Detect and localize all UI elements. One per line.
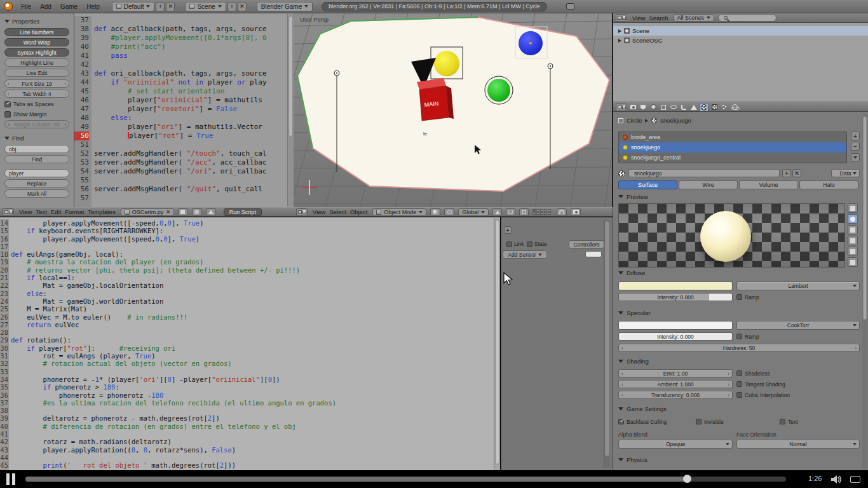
controllers-button[interactable]: Controllers	[569, 240, 604, 248]
add-sensor-dropdown[interactable]: Add Sensor	[503, 250, 547, 259]
panel-expand-button[interactable]: +	[504, 226, 512, 234]
pause-button[interactable]	[6, 473, 18, 485]
material-type-tab-volume[interactable]: Volume	[739, 180, 798, 189]
editor-type-button[interactable]	[616, 14, 627, 22]
add-layout-button[interactable]: +	[156, 2, 165, 11]
logic-editor[interactable]: + Link State Controllers Add Sensor	[501, 217, 613, 470]
menu-item[interactable]: Edit	[50, 208, 62, 215]
properties-panel-header[interactable]: Properties	[4, 18, 69, 25]
diffuse-shader-dropdown[interactable]: Lambert	[736, 281, 860, 290]
preview-type-world-button[interactable]	[848, 257, 858, 267]
scrollbar-thumb[interactable]	[605, 221, 609, 456]
tab-width-slider[interactable]: Tab Width 4	[4, 90, 69, 98]
scrollbar-thumb[interactable]	[495, 220, 499, 464]
menu-item[interactable]: Add	[36, 3, 56, 10]
scrollbar-thumb[interactable]	[863, 116, 867, 320]
screencast-icon[interactable]	[566, 3, 574, 10]
scale-manipulator-button[interactable]	[519, 208, 529, 216]
delete-layout-button[interactable]: ✕	[166, 2, 175, 11]
editor-scrollbar[interactable]	[494, 218, 500, 470]
word-wrap-toggle-icon[interactable]	[192, 208, 202, 216]
tab-modifiers-icon[interactable]	[679, 103, 688, 112]
specular-intensity-slider[interactable]: Intensity: 0.000	[618, 332, 733, 341]
shading-checkbox-0[interactable]: Shadeless	[736, 369, 770, 377]
script-editor-game-logic[interactable]: 1415161718192021222324252627282930313233…	[0, 217, 500, 470]
outliner-row[interactable]: Scene	[613, 26, 868, 36]
preview-type-monkey-button[interactable]	[848, 236, 858, 245]
state-checkbox[interactable]: State	[527, 241, 547, 247]
add-slot-button[interactable]: +	[851, 132, 860, 140]
material-slot-row[interactable]: borde_area	[619, 132, 846, 142]
specular-shader-dropdown[interactable]: CookTorr	[736, 321, 860, 330]
code-area[interactable]: player.applyMovement([-speed,0,0], True)…	[11, 219, 492, 470]
layer-dot[interactable]	[536, 209, 539, 212]
properties-scrollbar[interactable]	[862, 114, 867, 469]
mark-all-button[interactable]: Mark All	[4, 189, 69, 198]
physics-panel-header[interactable]: Physics	[618, 456, 648, 463]
remove-slot-button[interactable]: −	[851, 142, 860, 151]
layer-dot[interactable]	[540, 212, 543, 215]
layers-grid[interactable]	[532, 209, 553, 215]
layer-dot[interactable]	[540, 209, 543, 212]
tab-constraints-icon[interactable]	[669, 103, 678, 112]
tab-world-icon[interactable]	[649, 103, 658, 112]
replace-button[interactable]: Replace	[4, 179, 69, 187]
find-panel-header[interactable]: Find	[4, 135, 69, 142]
toggle-live-edit[interactable]: Live Edit	[4, 69, 69, 77]
preview-panel-header[interactable]: Preview	[618, 193, 648, 200]
game-checkbox-backface-culling[interactable]: Backface Culling	[618, 417, 667, 426]
layer-dot[interactable]	[548, 209, 551, 212]
tab-texture-icon[interactable]	[710, 103, 719, 112]
unlink-material-button[interactable]: ✕	[792, 169, 801, 177]
orientation-dropdown[interactable]: Global	[458, 208, 489, 216]
menu-item[interactable]: View	[631, 15, 646, 22]
screen-layout-dropdown[interactable]: Default	[112, 2, 155, 11]
shading-slider-1[interactable]: Ambient: 1.000	[618, 380, 733, 388]
blender-logo-icon[interactable]	[4, 2, 13, 11]
show-margin-checkbox[interactable]: Show Margin	[4, 110, 69, 118]
menu-item[interactable]: Text	[34, 208, 48, 215]
alpha-blend-dropdown[interactable]: Opaque	[618, 440, 733, 449]
add-scene-button[interactable]: +	[227, 2, 236, 11]
tab-material-icon[interactable]	[700, 103, 709, 112]
outliner-row[interactable]: SceneOSC	[613, 36, 868, 45]
material-slot-row[interactable]: snoekjuego	[619, 142, 846, 152]
material-type-tab-wire[interactable]: Wire	[679, 180, 738, 189]
data-link-button[interactable]: Data	[831, 169, 860, 177]
editor-type-button[interactable]	[3, 208, 14, 216]
replace-input[interactable]	[4, 169, 69, 177]
new-material-button[interactable]: +	[782, 169, 791, 177]
find-input[interactable]	[4, 145, 69, 153]
translate-manipulator-button[interactable]	[492, 208, 502, 216]
material-type-tab-halo[interactable]: Halo	[799, 180, 858, 189]
layer-dot[interactable]	[544, 209, 547, 212]
diffuse-ramp-checkbox[interactable]: Ramp	[736, 293, 759, 301]
volume-icon[interactable]	[831, 475, 843, 484]
menu-item[interactable]: Search	[648, 15, 669, 22]
progress-knob[interactable]	[683, 475, 691, 483]
tabs-as-spaces-checkbox[interactable]: Tabs as Spaces	[4, 100, 69, 108]
toggle-line-numbers[interactable]: Line Numbers	[4, 28, 69, 36]
text-datablock-selector[interactable]: OSCartm.py ✕	[121, 208, 174, 216]
preview-type-flat-button[interactable]	[848, 203, 858, 213]
scenes-filter-dropdown[interactable]: All Scenes	[674, 14, 715, 22]
tab-particles-icon[interactable]	[720, 103, 729, 112]
editor-type-button[interactable]	[296, 208, 308, 216]
shading-slider-0[interactable]: Emit: 1.00	[618, 369, 733, 377]
fullscreen-button[interactable]	[850, 476, 860, 483]
slot-specials-button[interactable]	[851, 153, 860, 162]
material-name-field[interactable]: snoekjuego	[628, 169, 780, 177]
tab-render-icon[interactable]	[628, 103, 637, 112]
menu-item[interactable]: File	[17, 3, 36, 10]
layer-dot[interactable]	[532, 212, 536, 215]
breadcrumb-object[interactable]: Circle	[627, 117, 642, 124]
preview-type-sphere-button[interactable]	[848, 214, 858, 224]
layer-dot[interactable]	[532, 209, 536, 212]
scrollbar-thumb[interactable]	[288, 16, 293, 137]
diffuse-color-swatch[interactable]	[618, 281, 733, 290]
logic-scrollbar[interactable]	[604, 220, 610, 468]
specular-ramp-checkbox[interactable]: Ramp	[736, 332, 759, 341]
layer-dot[interactable]	[548, 212, 551, 215]
mode-dropdown[interactable]: Object Mode	[372, 208, 426, 216]
preview-type-hair-button[interactable]	[848, 247, 858, 256]
